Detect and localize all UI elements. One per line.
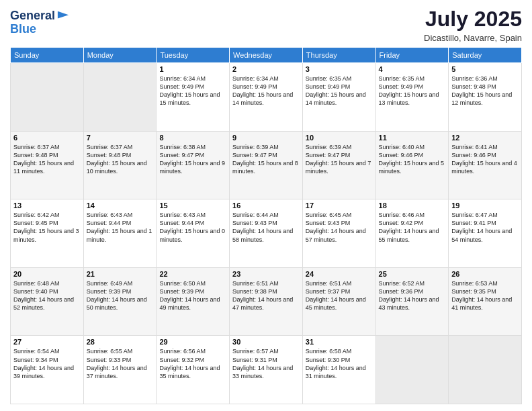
day-number: 17 [306, 201, 373, 210]
day-info: Sunrise: 6:57 AM Sunset: 9:31 PM Dayligh… [232, 347, 300, 380]
logo-blue: Blue [10, 23, 36, 36]
calendar-day-cell: 22Sunrise: 6:50 AM Sunset: 9:39 PM Dayli… [157, 267, 230, 336]
calendar-week-row: 20Sunrise: 6:48 AM Sunset: 9:40 PM Dayli… [11, 267, 522, 336]
day-info: Sunrise: 6:39 AM Sunset: 9:47 PM Dayligh… [306, 143, 373, 176]
weekday-header: Monday [83, 48, 157, 63]
day-info: Sunrise: 6:48 AM Sunset: 9:40 PM Dayligh… [13, 279, 81, 312]
calendar-day-cell: 30Sunrise: 6:57 AM Sunset: 9:31 PM Dayli… [230, 336, 303, 404]
day-info: Sunrise: 6:47 AM Sunset: 9:41 PM Dayligh… [451, 211, 519, 244]
logo: General Blue [10, 9, 70, 36]
calendar-day-cell: 24Sunrise: 6:51 AM Sunset: 9:37 PM Dayli… [302, 267, 375, 336]
calendar-day-cell: 28Sunrise: 6:55 AM Sunset: 9:33 PM Dayli… [83, 336, 157, 404]
calendar-day-cell [83, 63, 157, 132]
day-info: Sunrise: 6:43 AM Sunset: 9:44 PM Dayligh… [159, 211, 226, 244]
calendar-day-cell: 19Sunrise: 6:47 AM Sunset: 9:41 PM Dayli… [449, 199, 522, 268]
day-number: 6 [13, 134, 81, 142]
day-info: Sunrise: 6:49 AM Sunset: 9:39 PM Dayligh… [87, 279, 154, 312]
weekday-header: Wednesday [230, 48, 303, 63]
day-info: Sunrise: 6:35 AM Sunset: 9:49 PM Dayligh… [379, 75, 446, 107]
title-area: July 2025 Dicastillo, Navarre, Spain [424, 7, 522, 43]
calendar-day-cell: 9Sunrise: 6:39 AM Sunset: 9:47 PM Daylig… [230, 131, 303, 199]
weekday-header: Thursday [302, 48, 375, 63]
page: General Blue July 2025 Dicastillo, Navar… [0, 0, 532, 411]
calendar-day-cell: 16Sunrise: 6:44 AM Sunset: 9:43 PM Dayli… [230, 199, 303, 268]
calendar-day-cell: 20Sunrise: 6:48 AM Sunset: 9:40 PM Dayli… [11, 267, 84, 336]
day-info: Sunrise: 6:43 AM Sunset: 9:44 PM Dayligh… [87, 211, 154, 244]
calendar-day-cell: 3Sunrise: 6:35 AM Sunset: 9:49 PM Daylig… [302, 63, 375, 132]
day-info: Sunrise: 6:52 AM Sunset: 9:36 PM Dayligh… [379, 279, 446, 312]
calendar-day-cell: 18Sunrise: 6:46 AM Sunset: 9:42 PM Dayli… [375, 199, 449, 268]
day-number: 12 [451, 134, 519, 142]
logo-flag-icon [56, 10, 70, 22]
day-info: Sunrise: 6:40 AM Sunset: 9:46 PM Dayligh… [379, 143, 446, 176]
calendar-day-cell: 14Sunrise: 6:43 AM Sunset: 9:44 PM Dayli… [83, 199, 157, 268]
weekday-header: Sunday [11, 48, 84, 63]
day-info: Sunrise: 6:45 AM Sunset: 9:43 PM Dayligh… [306, 211, 373, 244]
calendar-day-cell [449, 336, 522, 404]
calendar-day-cell: 7Sunrise: 6:37 AM Sunset: 9:48 PM Daylig… [83, 131, 157, 199]
day-number: 31 [306, 338, 373, 346]
day-info: Sunrise: 6:54 AM Sunset: 9:34 PM Dayligh… [13, 347, 81, 380]
calendar-day-cell [375, 336, 449, 404]
calendar-week-row: 13Sunrise: 6:42 AM Sunset: 9:45 PM Dayli… [11, 199, 522, 268]
day-info: Sunrise: 6:37 AM Sunset: 9:48 PM Dayligh… [13, 143, 81, 176]
day-number: 11 [379, 134, 446, 142]
svg-marker-0 [58, 11, 69, 21]
day-info: Sunrise: 6:58 AM Sunset: 9:30 PM Dayligh… [306, 347, 373, 380]
calendar-day-cell: 27Sunrise: 6:54 AM Sunset: 9:34 PM Dayli… [11, 336, 84, 404]
day-info: Sunrise: 6:44 AM Sunset: 9:43 PM Dayligh… [232, 211, 300, 244]
calendar-table: SundayMondayTuesdayWednesdayThursdayFrid… [10, 47, 522, 404]
day-number: 29 [159, 338, 226, 346]
calendar-day-cell: 11Sunrise: 6:40 AM Sunset: 9:46 PM Dayli… [375, 131, 449, 199]
day-number: 4 [379, 65, 446, 73]
day-info: Sunrise: 6:56 AM Sunset: 9:32 PM Dayligh… [159, 347, 226, 380]
day-number: 5 [451, 65, 519, 73]
day-number: 13 [13, 201, 81, 210]
day-number: 20 [13, 270, 81, 278]
day-number: 8 [159, 134, 226, 142]
calendar-day-cell: 1Sunrise: 6:34 AM Sunset: 9:49 PM Daylig… [157, 63, 230, 132]
day-info: Sunrise: 6:39 AM Sunset: 9:47 PM Dayligh… [232, 143, 300, 176]
calendar-week-row: 27Sunrise: 6:54 AM Sunset: 9:34 PM Dayli… [11, 336, 522, 404]
day-number: 22 [159, 270, 226, 278]
calendar-day-cell: 8Sunrise: 6:38 AM Sunset: 9:47 PM Daylig… [157, 131, 230, 199]
day-number: 14 [87, 201, 154, 210]
day-number: 10 [306, 134, 373, 142]
day-info: Sunrise: 6:53 AM Sunset: 9:35 PM Dayligh… [451, 279, 519, 312]
calendar-header-row: SundayMondayTuesdayWednesdayThursdayFrid… [11, 48, 522, 63]
calendar-day-cell: 26Sunrise: 6:53 AM Sunset: 9:35 PM Dayli… [449, 267, 522, 336]
calendar-day-cell: 23Sunrise: 6:51 AM Sunset: 9:38 PM Dayli… [230, 267, 303, 336]
calendar-week-row: 6Sunrise: 6:37 AM Sunset: 9:48 PM Daylig… [11, 131, 522, 199]
month-title: July 2025 [424, 7, 522, 32]
calendar-day-cell: 29Sunrise: 6:56 AM Sunset: 9:32 PM Dayli… [157, 336, 230, 404]
calendar-day-cell: 6Sunrise: 6:37 AM Sunset: 9:48 PM Daylig… [11, 131, 84, 199]
day-info: Sunrise: 6:38 AM Sunset: 9:47 PM Dayligh… [159, 143, 226, 176]
day-number: 27 [13, 338, 81, 346]
calendar-day-cell [11, 63, 84, 132]
day-info: Sunrise: 6:34 AM Sunset: 9:49 PM Dayligh… [159, 75, 226, 107]
calendar-day-cell: 13Sunrise: 6:42 AM Sunset: 9:45 PM Dayli… [11, 199, 84, 268]
day-number: 19 [451, 201, 519, 210]
day-number: 24 [306, 270, 373, 278]
calendar-day-cell: 12Sunrise: 6:41 AM Sunset: 9:46 PM Dayli… [449, 131, 522, 199]
calendar-day-cell: 4Sunrise: 6:35 AM Sunset: 9:49 PM Daylig… [375, 63, 449, 132]
day-number: 26 [451, 270, 519, 278]
day-info: Sunrise: 6:37 AM Sunset: 9:48 PM Dayligh… [87, 143, 154, 176]
calendar-day-cell: 25Sunrise: 6:52 AM Sunset: 9:36 PM Dayli… [375, 267, 449, 336]
weekday-header: Saturday [449, 48, 522, 63]
day-number: 25 [379, 270, 446, 278]
day-number: 16 [232, 201, 300, 210]
calendar-day-cell: 2Sunrise: 6:34 AM Sunset: 9:49 PM Daylig… [230, 63, 303, 132]
day-info: Sunrise: 6:41 AM Sunset: 9:46 PM Dayligh… [451, 143, 519, 176]
calendar-day-cell: 21Sunrise: 6:49 AM Sunset: 9:39 PM Dayli… [83, 267, 157, 336]
weekday-header: Friday [375, 48, 449, 63]
day-number: 7 [87, 134, 154, 142]
day-info: Sunrise: 6:42 AM Sunset: 9:45 PM Dayligh… [13, 211, 81, 244]
day-number: 2 [232, 65, 300, 73]
day-number: 9 [232, 134, 300, 142]
calendar-day-cell: 31Sunrise: 6:58 AM Sunset: 9:30 PM Dayli… [302, 336, 375, 404]
weekday-header: Tuesday [157, 48, 230, 63]
day-number: 1 [159, 65, 226, 73]
day-info: Sunrise: 6:46 AM Sunset: 9:42 PM Dayligh… [379, 211, 446, 244]
day-number: 23 [232, 270, 300, 278]
